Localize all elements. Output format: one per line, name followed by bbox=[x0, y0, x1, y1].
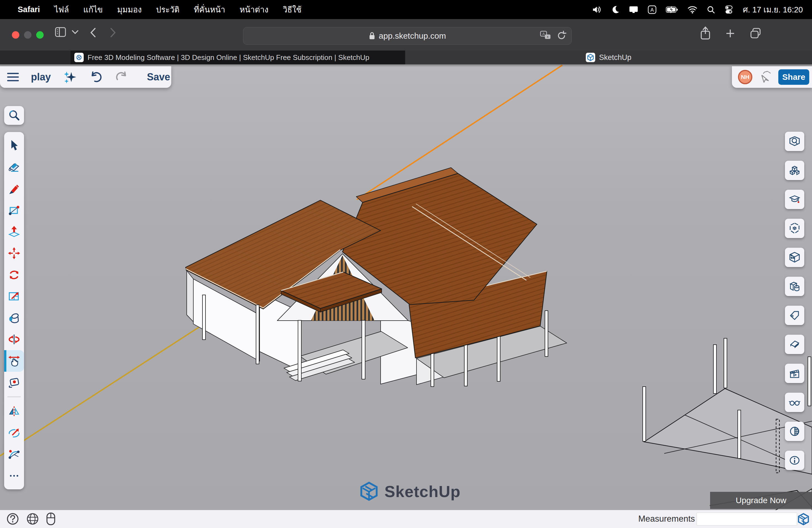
scale-tool[interactable] bbox=[4, 285, 24, 307]
mouse-icon[interactable] bbox=[46, 512, 56, 526]
component-library[interactable] bbox=[785, 219, 804, 238]
avatar[interactable]: NH bbox=[738, 70, 752, 84]
measurements-label: Measurements bbox=[638, 514, 695, 524]
menubar-clock[interactable]: ศ. 17 เม.ย. 16:20 bbox=[743, 3, 803, 16]
pan-tool[interactable] bbox=[4, 350, 24, 372]
model-info[interactable] bbox=[785, 451, 804, 470]
close-window-button[interactable] bbox=[12, 31, 19, 39]
new-tab-icon[interactable] bbox=[724, 26, 736, 41]
pushpull-tool[interactable] bbox=[4, 221, 24, 243]
translate-icon[interactable]: Ax bbox=[539, 30, 552, 41]
help-icon[interactable] bbox=[6, 512, 19, 526]
curve-tool[interactable] bbox=[4, 443, 24, 465]
control-center-icon[interactable] bbox=[724, 5, 733, 14]
reload-icon[interactable] bbox=[556, 30, 567, 41]
tab-overview-icon[interactable] bbox=[749, 26, 762, 41]
geolocation[interactable] bbox=[785, 422, 804, 441]
components[interactable] bbox=[785, 161, 804, 180]
axis-line-yellow bbox=[0, 324, 204, 456]
wifi-icon[interactable] bbox=[687, 6, 697, 14]
more-tools[interactable] bbox=[4, 465, 24, 487]
scenes[interactable] bbox=[785, 364, 804, 383]
minimize-window-button[interactable] bbox=[24, 31, 31, 39]
model-viewport[interactable] bbox=[0, 64, 812, 528]
app-toolbar-left: play Save bbox=[0, 66, 171, 88]
tab-title: Free 3D Modeling Software | 3D Design On… bbox=[88, 53, 369, 62]
input-source-icon[interactable]: A bbox=[648, 5, 656, 14]
mirror-tool[interactable] bbox=[4, 400, 24, 422]
battery-charging-icon[interactable] bbox=[666, 6, 678, 13]
eraser-tool[interactable] bbox=[4, 156, 24, 178]
status-bar: Measurements bbox=[0, 510, 812, 528]
measurements-input[interactable] bbox=[697, 513, 797, 526]
menu-file[interactable]: ไฟล์ bbox=[47, 3, 76, 16]
menu-bookmarks[interactable]: ที่คั่นหน้า bbox=[187, 3, 233, 16]
pencil-tool[interactable] bbox=[4, 178, 24, 200]
display-icon[interactable] bbox=[629, 5, 638, 14]
upgrade-now-button[interactable]: Upgrade Now bbox=[710, 492, 812, 509]
app-toolbar-right: NH Share bbox=[732, 66, 812, 88]
rotate-tool[interactable] bbox=[4, 264, 24, 285]
tab-active[interactable]: Free 3D Modeling Software | 3D Design On… bbox=[70, 50, 405, 64]
share-icon[interactable] bbox=[699, 26, 711, 41]
sketchup-logo-icon bbox=[359, 481, 379, 501]
orbit-arrow-tool[interactable] bbox=[4, 422, 24, 443]
right-toolbar bbox=[785, 132, 804, 470]
tab-favicon bbox=[74, 53, 84, 62]
menu-safari[interactable]: Safari bbox=[11, 5, 47, 14]
house-model[interactable] bbox=[186, 167, 567, 386]
zoom-tool[interactable] bbox=[4, 106, 24, 125]
move-tool[interactable] bbox=[4, 243, 24, 264]
tab-sketchup[interactable]: SketchUp bbox=[405, 50, 812, 64]
instructor[interactable] bbox=[785, 190, 804, 209]
search-icon[interactable] bbox=[707, 5, 715, 14]
left-toolbar bbox=[4, 106, 24, 489]
share-button[interactable]: Share bbox=[778, 69, 809, 85]
sparkles-icon[interactable] bbox=[63, 70, 77, 84]
select-tool[interactable] bbox=[4, 135, 24, 156]
shapes[interactable] bbox=[785, 277, 804, 296]
url-text: app.sketchup.com bbox=[379, 31, 446, 41]
redo-icon[interactable] bbox=[115, 71, 128, 83]
volume-icon[interactable] bbox=[592, 5, 602, 14]
macos-menubar: Safari ไฟล์ แก้ไข มุมมอง ประวัติ ที่คั่น… bbox=[0, 0, 812, 19]
tab-title-sketchup: SketchUp bbox=[599, 53, 632, 62]
display-settings[interactable] bbox=[785, 393, 804, 412]
styles[interactable] bbox=[785, 335, 804, 354]
tags[interactable] bbox=[785, 306, 804, 325]
sketchup-footer-logo bbox=[797, 513, 810, 526]
undo-icon[interactable] bbox=[89, 71, 103, 83]
language-globe-icon[interactable] bbox=[26, 512, 39, 526]
sidebar-icon[interactable] bbox=[54, 26, 67, 38]
save-button[interactable]: Save bbox=[147, 71, 170, 83]
rectangle-tool[interactable] bbox=[4, 200, 24, 221]
flip-tool[interactable] bbox=[4, 328, 24, 350]
menu-view[interactable]: มุมมอง bbox=[110, 3, 149, 16]
materials[interactable] bbox=[785, 248, 804, 267]
svg-text:A: A bbox=[542, 32, 545, 36]
safari-toolbar: app.sketchup.com Ax bbox=[0, 19, 812, 50]
paint-tool[interactable] bbox=[4, 307, 24, 328]
moon-icon[interactable] bbox=[611, 5, 620, 14]
zoom-window-button[interactable] bbox=[36, 31, 44, 39]
address-bar[interactable]: app.sketchup.com Ax bbox=[243, 27, 572, 45]
menu-help[interactable]: วิธีใช้ bbox=[276, 3, 309, 16]
chevron-down-icon[interactable] bbox=[71, 30, 79, 35]
menu-edit[interactable]: แก้ไข bbox=[76, 3, 110, 16]
tool-panel bbox=[4, 132, 24, 489]
play-label[interactable]: play bbox=[31, 71, 51, 83]
back-icon[interactable] bbox=[88, 26, 98, 39]
tools-divider bbox=[8, 397, 21, 397]
inspect-model[interactable] bbox=[785, 132, 804, 151]
lock-icon bbox=[369, 32, 375, 40]
tape-measure-tool[interactable] bbox=[4, 372, 24, 393]
watermark-text: SketchUp bbox=[385, 482, 461, 501]
tab-bar: Free 3D Modeling Software | 3D Design On… bbox=[0, 50, 812, 64]
menu-history[interactable]: ประวัติ bbox=[149, 3, 187, 16]
svg-text:A: A bbox=[650, 7, 654, 13]
svg-text:x: x bbox=[547, 35, 549, 39]
menu-window[interactable]: หน้าต่าง bbox=[232, 3, 276, 16]
hamburger-icon[interactable] bbox=[7, 72, 19, 82]
forward-icon[interactable] bbox=[108, 26, 118, 39]
sketchup-canvas-area[interactable]: SketchUp play Save NH Share bbox=[0, 64, 812, 528]
